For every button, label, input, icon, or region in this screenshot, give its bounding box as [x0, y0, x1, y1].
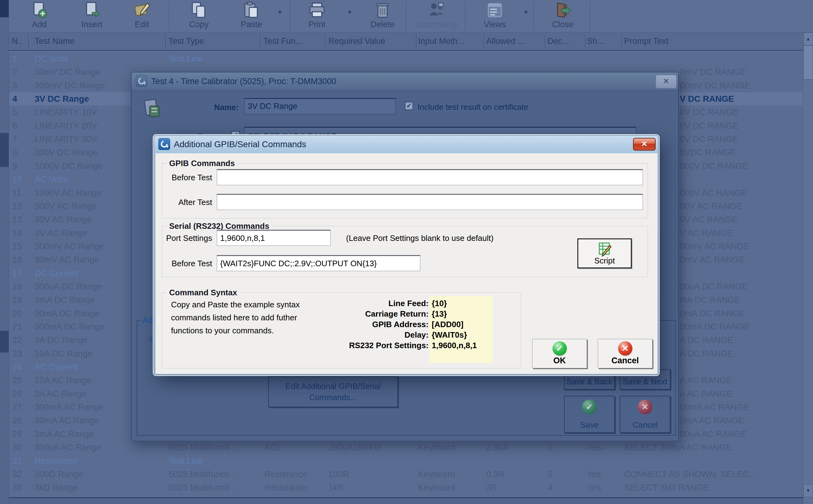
toolbar-copy-button[interactable]: Copy [176, 1, 222, 31]
table-row[interactable]: 31ResistanceText Line [0, 454, 813, 468]
table-row[interactable]: 1DC VoltsText Line [0, 52, 813, 65]
prompt-text-fragment: 0V AC RANGE [680, 215, 738, 224]
row-number: 25 [12, 375, 22, 385]
column-header[interactable]: Dec... [547, 36, 569, 46]
column-header[interactable]: Sh... [587, 36, 604, 46]
serial-before-test-input[interactable] [217, 255, 420, 271]
views-dropdown-icon[interactable]: ▼ [523, 9, 529, 16]
column-header[interactable]: Test Name [35, 36, 75, 46]
toolbar-close-button[interactable]: Close [540, 1, 586, 31]
prompt-text-fragment: 00uA AC RANGE [680, 429, 747, 439]
test-editor-close-icon[interactable]: ✕ [655, 75, 677, 89]
column-separator[interactable] [165, 35, 166, 48]
toolbar-separator [290, 2, 291, 30]
column-header[interactable]: Required Value [328, 36, 385, 46]
column-header[interactable]: Input Meth... [418, 36, 464, 46]
scrollbar-thumb[interactable] [803, 45, 813, 79]
ok-button[interactable]: ✓ OK [532, 339, 587, 368]
print-label: Print [294, 20, 340, 29]
table-row[interactable]: 32300Ω Range5025 Multifuncti...Resistanc… [0, 468, 813, 481]
vertical-scrollbar[interactable] [803, 32, 813, 504]
edit-gpib-serial-button[interactable]: Edit Additional GPIB/Serial Commands... [268, 376, 398, 407]
row-number: 11 [12, 188, 21, 198]
column-separator[interactable] [484, 35, 484, 48]
prompt-text-fragment: 0V DC RANGE [680, 107, 738, 117]
gpib-dialog-close-icon[interactable]: ✕ [633, 138, 656, 151]
column-separator[interactable] [260, 35, 261, 48]
paste-dropdown-icon[interactable]: ▼ [277, 9, 283, 16]
test-name: 300mV DC Range [35, 81, 105, 91]
save-button[interactable]: ✓ Save [564, 396, 615, 433]
column-separator[interactable] [28, 35, 29, 48]
column-header[interactable]: N.. [12, 36, 23, 46]
prompt-text-fragment: 00V AC RANGE [680, 201, 742, 211]
edit-gpib-line2: Commands... [269, 392, 397, 403]
column-separator[interactable] [416, 35, 417, 48]
cancel-button[interactable]: ✕ Cancel [598, 339, 653, 368]
name-field[interactable]: 3V DC Range [244, 98, 396, 114]
prompt-text-fragment: 0mV DC RANGE [680, 67, 746, 77]
table-row[interactable]: 333kΩ Range5025 Multifuncti...Resistance… [0, 481, 813, 494]
toolbar-print-button[interactable]: Print [294, 1, 340, 31]
column-header[interactable]: Test Fun... [263, 36, 302, 46]
test-name: 3A DC Range [35, 335, 88, 345]
test-name: 300uA DC Range [35, 282, 102, 292]
test-name: 3mA DC Range [35, 295, 95, 305]
test-editor-titlebar[interactable]: Test 4 - Time Calibrator (5025), Proc: T… [131, 72, 678, 91]
row-number: 23 [12, 349, 22, 359]
gpib-commands-group-label: GPIB Commands [167, 159, 237, 168]
toolbar-insert-button[interactable]: Insert [69, 1, 115, 31]
insert-icon [83, 1, 101, 19]
prompt-text-fragment: 000V DC RANGE [680, 161, 748, 171]
syntax-value: {10} [432, 299, 447, 308]
column-header[interactable]: Prompt Text [624, 36, 669, 46]
port-settings-input[interactable] [217, 230, 331, 246]
syntax-value: 1,9600,n,8,1 [432, 341, 477, 350]
toolbar-add-button[interactable]: Add [16, 1, 62, 31]
toolbar-delete-button[interactable]: Delete [359, 1, 406, 31]
table-row[interactable]: 30300uA AC Range5025 Multifuncti...ACI29… [0, 441, 813, 454]
row-number: 14 [12, 228, 22, 238]
test-name: AC Volts [35, 174, 68, 184]
gpib-serial-commands-dialog: Additional GPIB/Serial Commands ✕ GPIB C… [154, 135, 659, 375]
prompt-text-fragment: 0mV AC RANGE [680, 255, 745, 265]
syntax-label: Carriage Return: [259, 309, 429, 319]
uncertainty-label: Uncertainty [413, 20, 460, 29]
gpib-after-test-input[interactable] [217, 194, 643, 210]
column-separator[interactable] [585, 35, 586, 48]
name-label: Name: [187, 103, 239, 112]
column-header[interactable]: Test Type [169, 36, 204, 46]
left-edge-notch [0, 0, 9, 17]
column-separator[interactable] [622, 35, 622, 48]
scroll-up-button[interactable]: ▲ [803, 32, 813, 45]
save-check-icon: ✓ [582, 399, 597, 414]
prompt-text-fragment: 00mA AC RANGE [680, 402, 749, 412]
column-separator[interactable] [325, 35, 326, 48]
cell-type: 5025 Multifuncti... [169, 442, 236, 452]
prompt-text-fragment: A AC RANGE [680, 375, 732, 385]
row-number: 12 [12, 201, 22, 211]
cell-dec: 1 [548, 442, 553, 452]
column-separator[interactable] [545, 35, 546, 48]
cell-type: Text Line [169, 456, 203, 466]
script-label: Script [578, 256, 631, 266]
cell-prompt: SELECT 300uA AC RANGE [624, 442, 732, 452]
table-header: N..Test NameTest TypeTest Fun...Required… [0, 32, 813, 51]
row-number: 19 [12, 295, 22, 305]
toolbar-paste-button[interactable]: Paste [228, 1, 275, 31]
add-label: Add [16, 20, 62, 29]
include-certificate-checkbox[interactable]: ✓ [405, 102, 413, 110]
test-name: 300mA DC Range [35, 322, 105, 332]
script-button[interactable]: Script [577, 238, 632, 268]
toolbar-views-button[interactable]: Views [472, 1, 518, 31]
cancel-button-bg[interactable]: ✕ Cancel [620, 396, 670, 433]
column-header[interactable]: Allowed ... [486, 36, 525, 46]
cell-allowed: 2.9uA [486, 442, 509, 452]
scroll-down-button[interactable]: ▼ [803, 484, 813, 497]
toolbar-edit-button[interactable]: Edit [119, 1, 165, 31]
gpib-before-test-input[interactable] [217, 169, 643, 185]
prompt-text-fragment: 0V DC RANGE [680, 121, 738, 131]
row-number: 3 [12, 81, 17, 91]
gpib-after-test-label: After Test [163, 198, 212, 207]
print-dropdown-icon[interactable]: ▼ [347, 9, 353, 16]
